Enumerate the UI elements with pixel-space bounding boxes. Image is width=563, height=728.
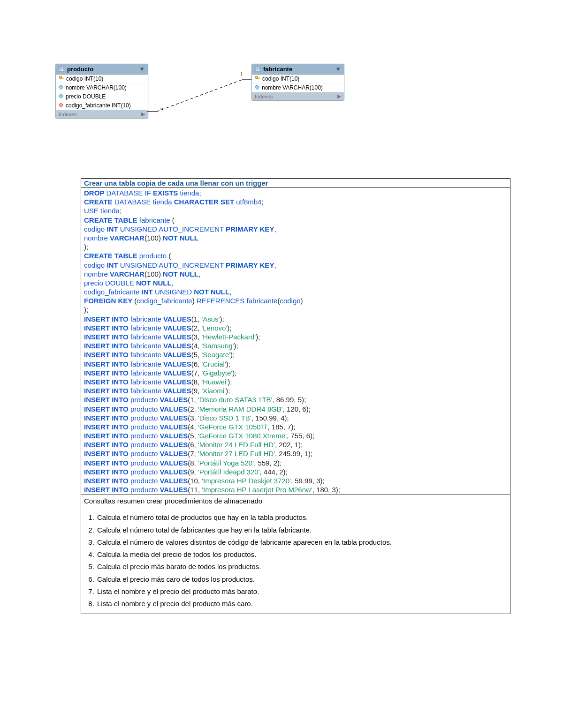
collapse-icon: ▼ (335, 66, 341, 73)
task-item: Calcula el precio más barato de todos lo… (96, 561, 506, 573)
column-dia-blue-icon (59, 84, 63, 91)
tasks-header: Consultas resumen crear procedimientos d… (81, 495, 510, 505)
column-text: nombre VARCHAR(100) (262, 84, 323, 91)
cardinality-one: 1 (240, 70, 243, 77)
task-item: Calcula el número de valores distintos d… (96, 536, 506, 548)
svg-rect-0 (59, 67, 64, 72)
er-column: codigo INT(10) (56, 75, 148, 83)
svg-marker-7 (59, 103, 63, 107)
table-icon (59, 67, 64, 72)
svg-line-15 (157, 80, 242, 112)
er-table-footer: Indexes ▶ (252, 92, 344, 100)
svg-marker-5 (59, 85, 63, 90)
er-table-header: fabricante ▼ (252, 64, 344, 75)
er-table-header: producto ▼ (56, 64, 148, 75)
sql-code-block: DROP DATABASE IF EXISTS tienda; CREATE D… (81, 188, 510, 495)
expand-icon: ▶ (141, 111, 145, 117)
expand-icon: ▶ (337, 93, 341, 99)
svg-rect-4 (61, 78, 63, 79)
er-column: nombre VARCHAR(100) (56, 83, 148, 92)
box-title: Crear una tabla copia de cada una llenar… (81, 179, 510, 188)
table-icon (255, 67, 260, 72)
er-table-name: fabricante (263, 66, 292, 73)
er-table-fabricante: fabricante ▼ codigo INT(10)nombre VARCHA… (251, 64, 344, 101)
column-dia-blue-icon (255, 84, 259, 91)
er-column: codigo_fabricante INT(10) (56, 101, 148, 110)
column-dia-red-icon (59, 102, 63, 109)
task-item: Calcula el número total de productos que… (96, 511, 506, 524)
sql-document-box: Crear una tabla copia de cada una llenar… (81, 178, 510, 614)
column-text: codigo_fabricante INT(10) (66, 102, 131, 109)
column-text: codigo INT(10) (66, 75, 103, 82)
column-text: precio DOUBLE (66, 93, 106, 100)
er-column: nombre VARCHAR(100) (252, 83, 344, 92)
er-column: codigo INT(10) (252, 75, 344, 83)
er-table-footer: Indexes ▶ (56, 110, 148, 118)
column-key-icon (59, 75, 64, 82)
tasks-list: Calcula el número total de productos que… (81, 511, 510, 610)
column-dia-blue-icon (59, 93, 63, 100)
svg-marker-13 (255, 85, 259, 90)
column-key-icon (255, 75, 260, 82)
er-table-name: producto (67, 66, 93, 73)
svg-rect-12 (257, 78, 259, 79)
task-item: Calcula el precio más caro de todos los … (96, 573, 506, 585)
collapse-icon: ▼ (139, 66, 145, 73)
task-item: Calcula la media del precio de todos los… (96, 548, 506, 561)
svg-marker-6 (59, 94, 63, 98)
column-text: codigo INT(10) (262, 75, 299, 82)
er-column: precio DOUBLE (56, 92, 148, 101)
cardinality-many: ∞ (160, 105, 165, 113)
task-item: Lista el nombre y el precio del producto… (96, 598, 506, 610)
column-text: nombre VARCHAR(100) (66, 84, 127, 91)
er-table-producto: producto ▼ codigo INT(10)nombre VARCHAR(… (55, 64, 148, 119)
svg-rect-8 (255, 67, 260, 72)
task-item: Calcula el número total de fabricantes q… (96, 524, 506, 536)
task-item: Lista el nombre y el precio del producto… (96, 585, 506, 598)
